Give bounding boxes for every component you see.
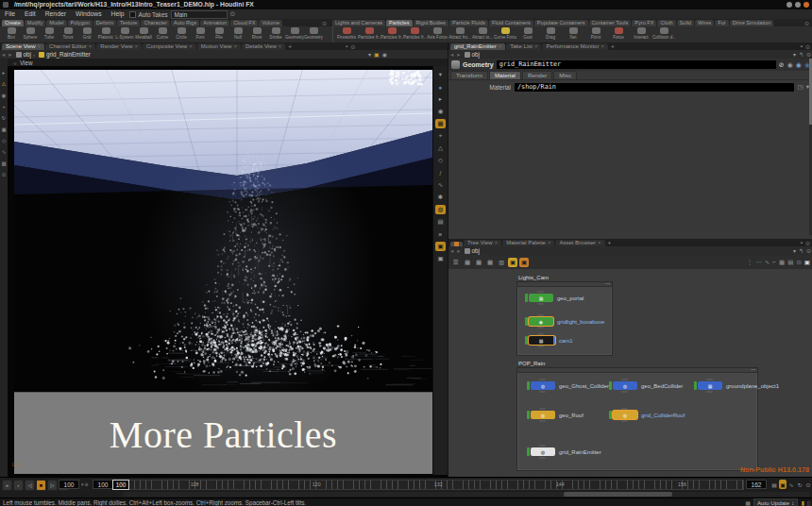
shelf-tab[interactable]: Wires: [695, 20, 714, 26]
font-tool[interactable]: Font: [191, 26, 210, 42]
attract-to-tool[interactable]: Attract to...: [471, 26, 494, 42]
shelf-tab[interactable]: Container Tools: [589, 20, 632, 26]
close-tab-icon[interactable]: ×: [233, 43, 237, 50]
pane-menu-icon[interactable]: ⊙: [805, 43, 810, 50]
close-tab-icon[interactable]: ×: [189, 43, 193, 50]
platonic-tool[interactable]: Platonic: [96, 26, 115, 42]
node-flag[interactable]: [525, 317, 528, 326]
display-flag-icon[interactable]: ▣: [508, 258, 517, 267]
geometry-tool[interactable]: Geometry: [285, 26, 304, 42]
gallery-icon[interactable]: ◉: [787, 61, 793, 69]
scale-tool-icon[interactable]: ▣: [1, 126, 6, 132]
search-params-icon[interactable]: ⊘: [779, 61, 785, 69]
target-icon[interactable]: ⌖: [435, 131, 446, 141]
shelf-tab[interactable]: Populate Containers: [534, 20, 588, 26]
pane-menu-icon[interactable]: ⊙: [350, 43, 355, 50]
pane-tab[interactable]: Asset Browser×: [555, 240, 604, 246]
shelf-tab[interactable]: Volume: [259, 20, 282, 26]
path-forward-icon[interactable]: ▸: [7, 51, 13, 59]
netbox-controls-icon[interactable]: ▪ ▪: [752, 368, 755, 372]
stroke-tool[interactable]: Stroke: [266, 26, 285, 42]
node-flag[interactable]: [527, 381, 530, 390]
sphere-tool[interactable]: Sphere: [21, 26, 40, 42]
shelf-tab[interactable]: Animation: [200, 20, 229, 26]
bars-icon[interactable]: ≡: [435, 229, 446, 239]
node-search-icon[interactable]: ⊙: [806, 247, 811, 254]
star-icon[interactable]: ✱: [435, 193, 446, 202]
rotate-tool-icon[interactable]: ↻: [2, 115, 7, 121]
network-node-cam1[interactable]: ▦cam1: [525, 336, 573, 345]
shelf-tab[interactable]: Particle Fluids: [449, 20, 488, 26]
path-forward-icon[interactable]: ▸: [455, 247, 462, 255]
update-mode-selector[interactable]: Auto Update ↕: [753, 498, 799, 506]
network-node-geo_Roof[interactable]: ◍geo_Roof: [527, 411, 584, 419]
snap-mode-icon[interactable]: ▦: [435, 119, 446, 128]
display-options-icon[interactable]: ▣: [435, 242, 446, 251]
close-button[interactable]: [804, 2, 809, 8]
node-flag[interactable]: [609, 381, 612, 390]
pane-tab[interactable]: Tree View×: [464, 240, 501, 246]
cache-icon[interactable]: ▯: [807, 499, 810, 506]
takes-menu-icon[interactable]: ⊙: [230, 10, 236, 18]
curve-force-tool[interactable]: Curve Force: [494, 26, 516, 42]
path-chip[interactable]: obj: [463, 51, 482, 58]
shelf-tab[interactable]: Particles: [386, 20, 412, 26]
drag-tool[interactable]: Drag: [539, 26, 562, 42]
shelf-tab[interactable]: Character: [141, 20, 170, 26]
bookmark-icon[interactable]: ▣: [374, 51, 380, 58]
netbox[interactable]: Lights_Cam▪ ▪▦geo_portal◉gridlight_boxab…: [516, 281, 613, 356]
dots-v-icon[interactable]: ⋮: [747, 259, 753, 266]
close-tab-icon[interactable]: ×: [279, 43, 282, 50]
pane-maximize-icon[interactable]: ▪: [801, 240, 803, 246]
path-chip[interactable]: obj ›: [14, 51, 37, 58]
range-mid-field[interactable]: 100: [93, 480, 113, 489]
node-shape-icon[interactable]: ▦: [463, 258, 472, 267]
timeline-scroll-handle[interactable]: [564, 492, 672, 497]
overview-icon[interactable]: ▦: [779, 259, 785, 266]
wire-angle-icon[interactable]: ⌐: [772, 259, 776, 265]
shelf-tab[interactable]: Create: [2, 20, 24, 26]
pane-tab[interactable]: Motion View×: [197, 43, 241, 50]
range-clear-icon[interactable]: ⊗: [85, 481, 89, 487]
circle-tool[interactable]: Circle: [172, 26, 191, 42]
point-tool[interactable]: Point: [584, 26, 607, 42]
link-channel-icon[interactable]: ◉: [796, 61, 802, 69]
new-tab-button[interactable]: +: [286, 43, 294, 50]
rivet-tool[interactable]: Rivet: [247, 26, 266, 42]
network-node-geo_Ghost_Collider[interactable]: ◍geo_Ghost_Collider: [527, 381, 609, 390]
wire-style-icon[interactable]: ∿: [765, 259, 770, 266]
viewport-collapse-icon[interactable]: ◃: [13, 59, 16, 66]
texture-icon[interactable]: ▤: [435, 217, 446, 227]
box-tool[interactable]: Box: [2, 26, 21, 42]
shelf-tab[interactable]: Polygon: [68, 20, 93, 26]
curve-tool[interactable]: Curve: [153, 26, 172, 42]
current-frame-indicator[interactable]: 100: [112, 480, 129, 490]
render-flag-icon[interactable]: ▣: [519, 258, 529, 267]
network-node-grid_RainEmitter[interactable]: ◍grid_RainEmitter: [527, 447, 601, 456]
camera-dot-icon[interactable]: ●: [435, 82, 446, 92]
jump-start-button[interactable]: «: [2, 480, 12, 491]
network-node-groundplane_object1[interactable]: ▦groundplane_object1: [694, 381, 779, 390]
node-flag[interactable]: [609, 411, 612, 419]
close-tab-icon[interactable]: ×: [135, 43, 139, 50]
minimize-button[interactable]: [787, 2, 792, 8]
find-node-icon[interactable]: ⊙: [796, 259, 801, 266]
torus-tool[interactable]: Torus: [59, 26, 77, 42]
particles-from-volume-tool[interactable]: Particles fr...: [403, 26, 426, 42]
maximize-button[interactable]: [795, 2, 801, 8]
layout-icon[interactable]: ▥: [497, 258, 506, 267]
prev-frame-button[interactable]: ‹: [13, 480, 24, 491]
timeline-scroll-track[interactable]: [123, 492, 810, 497]
handles-icon[interactable]: ◇: [2, 138, 6, 143]
play-button[interactable]: ▷: [47, 480, 58, 491]
node-body[interactable]: ◍: [613, 381, 637, 390]
playbar-settings-icon[interactable]: ⊙: [804, 480, 812, 489]
node-name-field[interactable]: grid_RainEmitter: [497, 60, 776, 69]
node-body[interactable]: ◍: [531, 447, 555, 456]
menu-item[interactable]: Render: [41, 9, 71, 19]
file-tool[interactable]: File: [210, 26, 228, 42]
netbox-controls-icon[interactable]: ▪ ▪: [606, 282, 610, 286]
net-tool[interactable]: Net: [562, 26, 584, 42]
node-body[interactable]: ▦: [698, 381, 722, 390]
shade-mode-icon[interactable]: ◍: [435, 205, 446, 214]
